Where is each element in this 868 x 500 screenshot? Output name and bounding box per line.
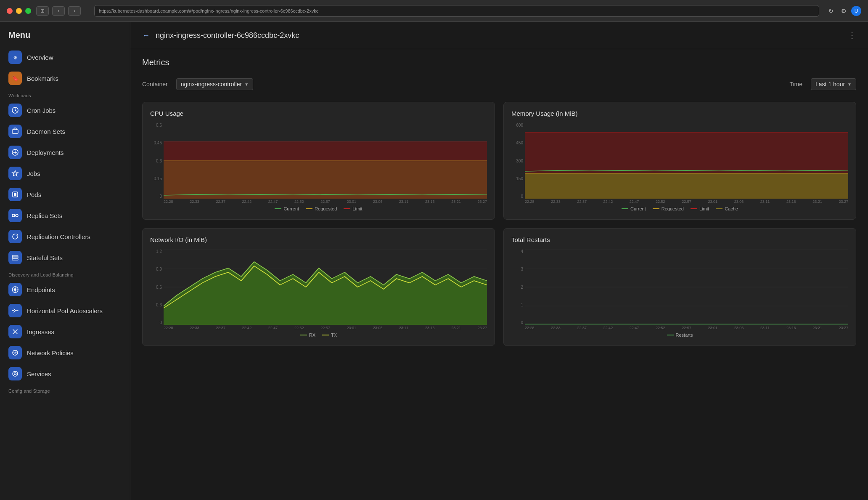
legend-limit: Limit xyxy=(344,206,362,211)
sidebar-item-label: Cron Jobs xyxy=(27,107,56,114)
sidebar-item-stateful-sets[interactable]: Stateful Sets xyxy=(0,247,130,268)
memory-y1: 150 xyxy=(511,176,523,181)
hpa-icon xyxy=(8,304,22,317)
time-dropdown-chevron: ▼ xyxy=(847,82,852,87)
sidebar-item-network-policies[interactable]: Network Policies xyxy=(0,342,130,363)
sidebar-item-endpoints[interactable]: Endpoints xyxy=(0,279,130,300)
discovery-section-label: Discovery and Load Balancing xyxy=(0,268,130,279)
svg-point-5 xyxy=(12,214,15,217)
filter-bar: Container nginx-ingress-controller ▼ Tim… xyxy=(142,75,856,93)
cpu-y0: 0 xyxy=(150,194,162,199)
svg-rect-4 xyxy=(14,193,16,196)
memory-y2: 300 xyxy=(511,159,523,163)
address-text: https://kubernetes-dashboard.example.com… xyxy=(99,8,318,13)
charts-grid: CPU Usage 0.6 0.45 0.3 0.15 0 xyxy=(142,102,856,346)
maximize-button[interactable] xyxy=(25,8,31,14)
memory-y0: 0 xyxy=(511,194,523,199)
network-y-labels: 1.2 0.9 0.6 0.3 0 xyxy=(150,249,164,325)
more-menu-button[interactable]: ⋮ xyxy=(848,30,856,40)
legend-requested: Requested xyxy=(306,206,337,211)
restarts-chart-card: Total Restarts 4 3 2 1 0 xyxy=(503,228,856,346)
user-icon[interactable]: U xyxy=(851,6,861,16)
config-section-label: Config and Storage xyxy=(0,384,130,395)
sidebar-item-bookmarks[interactable]: 🔖 Bookmarks xyxy=(0,68,130,89)
memory-chart-svg xyxy=(525,123,848,199)
time-filter-value: Last 1 hour xyxy=(815,81,845,88)
overview-icon: ⎈ xyxy=(8,51,22,64)
legend-limit-label: Limit xyxy=(352,206,362,211)
cpu-chart-svg xyxy=(164,123,487,199)
memory-chart-title: Memory Usage (in MiB) xyxy=(511,110,848,117)
address-bar[interactable]: https://kubernetes-dashboard.example.com… xyxy=(94,5,819,17)
svg-point-6 xyxy=(16,214,18,217)
container-filter-value: nginx-ingress-controller xyxy=(181,81,242,88)
sidebar-item-label: Stateful Sets xyxy=(27,254,63,261)
sidebar-item-label: Replica Sets xyxy=(27,212,62,219)
memory-x-labels: 22:2822:3322:3722:4222:4722:5222:5723:01… xyxy=(511,199,848,204)
sidebar-item-hpa[interactable]: Horizontal Pod Autoscalers xyxy=(0,300,130,321)
back-button[interactable]: ← xyxy=(142,31,150,40)
network-policies-icon xyxy=(8,346,22,359)
sidebar-item-label: Daemon Sets xyxy=(27,128,65,135)
sidebar-item-jobs[interactable]: Jobs xyxy=(0,163,130,184)
reload-icon[interactable]: ↻ xyxy=(826,6,836,16)
close-button[interactable] xyxy=(7,8,13,14)
ingresses-icon xyxy=(8,325,22,338)
app-container: Menu ⎈ Overview 🔖 Bookmarks Workloads Cr… xyxy=(0,22,868,500)
sidebar-item-cron-jobs[interactable]: Cron Jobs xyxy=(0,100,130,121)
memory-chart-card: Memory Usage (in MiB) 600 450 300 150 0 xyxy=(503,102,856,220)
deployments-icon xyxy=(8,146,22,159)
legend-limit-mem-color xyxy=(691,208,697,209)
restarts-chart-wrapper: 4 3 2 1 0 xyxy=(511,249,848,330)
metrics-section: Metrics Container nginx-ingress-controll… xyxy=(130,49,868,500)
services-icon xyxy=(8,367,22,380)
legend-current-color xyxy=(275,208,281,209)
network-y1: 0.3 xyxy=(150,303,162,307)
network-x-labels: 22:2822:3322:3722:4222:4722:5222:5723:01… xyxy=(150,326,487,330)
time-filter-dropdown[interactable]: Last 1 hour ▼ xyxy=(811,78,856,90)
memory-y3: 450 xyxy=(511,141,523,145)
network-chart-title: Network I/O (in MiB) xyxy=(150,236,487,243)
legend-requested-mem: Requested xyxy=(653,206,684,211)
sidebar-item-overview[interactable]: ⎈ Overview xyxy=(0,47,130,68)
legend-cache-mem: Cache xyxy=(716,206,738,211)
replica-sets-icon xyxy=(8,209,22,222)
sidebar-toggle[interactable]: ⊞ xyxy=(36,6,49,16)
network-y3: 0.9 xyxy=(150,267,162,271)
sidebar-item-label: Pods xyxy=(27,191,41,198)
legend-current-mem: Current xyxy=(622,206,646,211)
legend-tx-label: TX xyxy=(331,332,337,338)
cpu-chart-title: CPU Usage xyxy=(150,110,487,117)
sidebar-item-deployments[interactable]: Deployments xyxy=(0,142,130,163)
sidebar-item-replica-sets[interactable]: Replica Sets xyxy=(0,205,130,226)
sidebar-item-label: Services xyxy=(27,370,51,378)
sidebar-item-replication-controllers[interactable]: Replication Controllers xyxy=(0,226,130,247)
sidebar-item-label: Overview xyxy=(27,54,53,61)
cron-jobs-icon xyxy=(8,104,22,117)
sidebar-item-daemon-sets[interactable]: Daemon Sets xyxy=(0,121,130,142)
main-content: ← nginx-ingress-controller-6c986ccdbc-2x… xyxy=(130,22,868,500)
svg-marker-38 xyxy=(164,262,487,325)
svg-marker-30 xyxy=(525,173,848,199)
sidebar-item-label: Jobs xyxy=(27,170,40,177)
container-filter-dropdown[interactable]: nginx-ingress-controller ▼ xyxy=(176,78,253,90)
legend-restarts-label: Restarts xyxy=(676,332,693,338)
minimize-button[interactable] xyxy=(16,8,22,14)
settings-icon[interactable]: ⚙ xyxy=(839,6,849,16)
sidebar-item-pods[interactable]: Pods xyxy=(0,184,130,205)
sidebar-item-ingresses[interactable]: Ingresses xyxy=(0,321,130,342)
legend-cache-mem-label: Cache xyxy=(725,206,738,211)
legend-restarts: Restarts xyxy=(667,332,693,338)
cpu-y3: 0.45 xyxy=(150,141,162,145)
cpu-y2: 0.3 xyxy=(150,159,162,163)
restarts-legend: Restarts xyxy=(511,332,848,338)
forward-nav[interactable]: › xyxy=(68,6,81,16)
workloads-section-label: Workloads xyxy=(0,89,130,100)
svg-rect-8 xyxy=(12,257,18,258)
svg-rect-7 xyxy=(12,255,18,257)
window-chrome: ⊞ ‹ › https://kubernetes-dashboard.examp… xyxy=(0,0,868,22)
daemon-sets-icon xyxy=(8,125,22,138)
back-nav[interactable]: ‹ xyxy=(52,6,65,16)
memory-y-labels: 600 450 300 150 0 xyxy=(511,123,525,199)
sidebar-item-services[interactable]: Services xyxy=(0,363,130,384)
